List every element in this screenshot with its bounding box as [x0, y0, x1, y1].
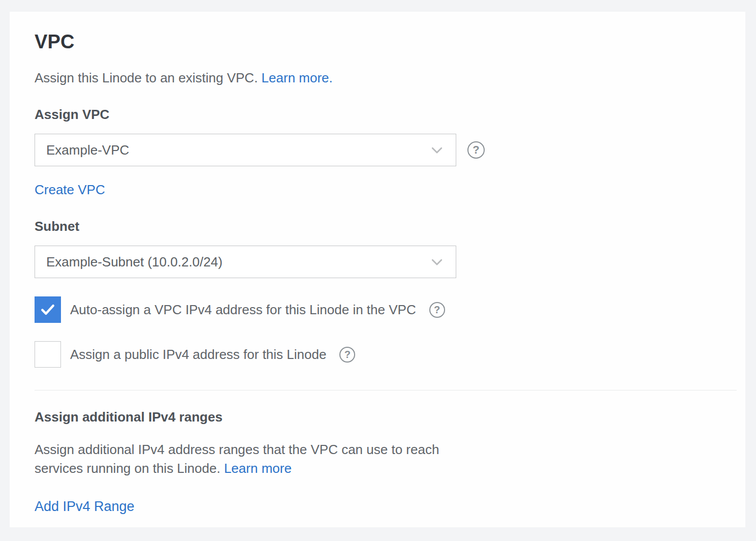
checkmark-icon: [39, 301, 56, 318]
assign-vpc-selected-value: Example-VPC: [46, 142, 129, 158]
vpc-panel: VPC Assign this Linode to an existing VP…: [10, 12, 745, 527]
assign-vpc-select[interactable]: Example-VPC: [35, 134, 456, 166]
additional-ranges-heading: Assign additional IPv4 ranges: [35, 409, 737, 425]
section-divider: [35, 390, 737, 390]
panel-description-text: Assign this Linode to an existing VPC.: [35, 70, 258, 85]
additional-ranges-description: Assign additional IPv4 address ranges th…: [35, 440, 466, 478]
assign-vpc-row: Example-VPC ?: [35, 134, 737, 166]
page-title: VPC: [35, 30, 737, 53]
auto-assign-ipv4-row: Auto-assign a VPC IPv4 address for this …: [35, 296, 737, 323]
add-ipv4-range-link[interactable]: Add IPv4 Range: [35, 498, 135, 515]
auto-assign-ipv4-checkbox[interactable]: [35, 296, 61, 323]
ranges-learn-more-link[interactable]: Learn more: [224, 461, 292, 476]
public-ipv4-row: Assign a public IPv4 address for this Li…: [35, 341, 737, 368]
assign-vpc-help-icon[interactable]: ?: [467, 141, 485, 159]
create-vpc-link[interactable]: Create VPC: [35, 182, 105, 198]
auto-assign-ipv4-label[interactable]: Auto-assign a VPC IPv4 address for this …: [70, 302, 416, 318]
public-ipv4-checkbox[interactable]: [35, 341, 61, 368]
panel-description: Assign this Linode to an existing VPC. L…: [35, 70, 737, 86]
vpc-panel-content: VPC Assign this Linode to an existing VP…: [10, 12, 745, 515]
learn-more-link[interactable]: Learn more.: [262, 70, 333, 85]
public-ipv4-label[interactable]: Assign a public IPv4 address for this Li…: [70, 347, 326, 363]
public-ipv4-help-icon[interactable]: ?: [339, 347, 355, 363]
subnet-select[interactable]: Example-Subnet (10.0.2.0/24): [35, 246, 456, 278]
subnet-label: Subnet: [35, 218, 737, 234]
auto-assign-ipv4-help-icon[interactable]: ?: [429, 302, 445, 318]
chevron-down-icon: [429, 142, 445, 158]
assign-vpc-label: Assign VPC: [35, 106, 737, 123]
chevron-down-icon: [429, 254, 445, 269]
subnet-row: Example-Subnet (10.0.2.0/24): [35, 246, 737, 278]
subnet-selected-value: Example-Subnet (10.0.2.0/24): [46, 254, 223, 270]
